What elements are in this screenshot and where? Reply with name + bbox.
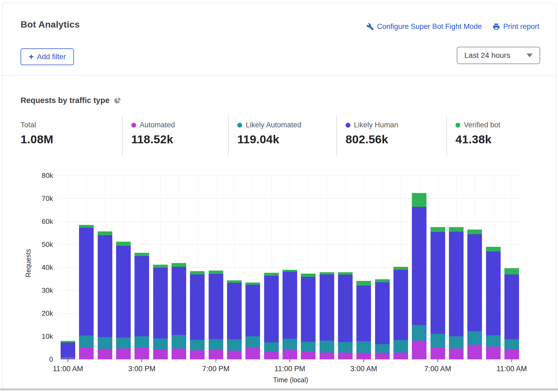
bar-segment-likely-human <box>209 274 223 339</box>
bar-segment-likely-human <box>245 285 260 336</box>
stacked-bar-200am <box>338 272 353 359</box>
bar-segment-likely-human <box>504 274 519 340</box>
bar-segment-verified-bot <box>467 230 482 234</box>
stacked-bar-600pm <box>190 271 205 359</box>
x-axis-tick <box>438 359 438 362</box>
bar-segment-likely-automated <box>79 335 94 347</box>
stacked-bar-700am <box>431 227 445 359</box>
bar-segment-likely-human <box>116 246 131 337</box>
bar-segment-likely-automated <box>356 341 371 353</box>
bar-segment-automated <box>209 350 223 359</box>
bar-segment-verified-bot <box>61 341 75 343</box>
time-range-select[interactable]: Last 24 hours <box>457 47 540 64</box>
bar-segment-automated <box>116 348 131 359</box>
bar-segment-verified-bot <box>393 267 408 270</box>
bar-segment-verified-bot <box>320 272 334 275</box>
print-report-link[interactable]: Print report <box>493 22 539 31</box>
stacked-bar-300am <box>356 281 371 359</box>
stacked-bar-200pm <box>116 242 131 359</box>
stacked-bar-400am <box>375 279 390 359</box>
x-axis-tick <box>363 359 364 362</box>
print-link-label: Print report <box>503 22 539 31</box>
x-axis-tick-label: 11:00 AM <box>482 365 541 373</box>
x-axis-tick-label: 3:00 AM <box>334 365 393 373</box>
bar-segment-verified-bot <box>190 271 205 274</box>
y-axis-title: Requests <box>24 243 32 284</box>
bar-segment-verified-bot <box>79 225 94 228</box>
bar-segment-likely-human <box>412 207 426 325</box>
bar-segment-verified-bot <box>431 227 445 232</box>
section-separator <box>0 388 558 390</box>
plus-icon: + <box>29 52 34 61</box>
stacked-bar-800am <box>449 227 464 359</box>
bar-segment-likely-automated <box>283 339 297 350</box>
stat-value: 119.04k <box>237 133 336 146</box>
bar-segment-automated <box>134 348 149 359</box>
traffic-stat: Likely Human 802.56k <box>336 117 446 156</box>
bar-segment-likely-automated <box>486 335 501 347</box>
bar-segment-likely-automated <box>61 357 75 358</box>
traffic-stat: Total 1.08M <box>21 117 122 156</box>
bar-segment-likely-human <box>449 232 464 336</box>
bar-segment-likely-human <box>467 234 482 331</box>
x-axis-tick <box>216 359 216 362</box>
time-range-value: Last 24 hours <box>464 51 510 60</box>
requests-chart[interactable]: Requests Time (local) 010k20k30k40k50k60… <box>58 175 523 359</box>
bar-segment-likely-automated <box>431 334 445 347</box>
bar-segment-likely-automated <box>153 338 168 349</box>
bar-segment-likely-human <box>227 283 242 339</box>
bar-segment-likely-automated <box>449 336 464 348</box>
stacked-bar-500am <box>393 267 408 359</box>
bar-segment-verified-bot <box>486 247 501 251</box>
x-axis-tick-label: 7:00 PM <box>186 365 246 373</box>
bar-segment-likely-automated <box>375 344 390 353</box>
bar-segment-likely-human <box>301 277 316 342</box>
bar-segment-likely-human <box>431 232 445 334</box>
stat-value: 41.38k <box>455 133 540 146</box>
bar-segment-automated <box>467 345 482 359</box>
add-filter-button[interactable]: + Add filter <box>21 48 74 65</box>
bar-segment-likely-human <box>338 275 353 342</box>
y-axis-tick-label: 40k <box>7 264 53 271</box>
stacked-bar-1000pm <box>264 273 279 359</box>
bar-segment-automated <box>79 347 94 359</box>
stat-value: 118.52k <box>131 133 228 146</box>
bar-segment-verified-bot <box>116 242 131 246</box>
bar-segment-automated <box>98 349 112 359</box>
wrench-icon <box>366 23 374 31</box>
bar-segment-verified-bot <box>412 193 426 207</box>
bar-segment-automated <box>283 350 297 359</box>
traffic-stat: Automated 118.52k <box>122 117 228 156</box>
x-axis-title: Time (local) <box>58 376 523 384</box>
bar-segment-likely-automated <box>467 331 482 345</box>
section-title-row: Requests by traffic type <box>21 96 121 105</box>
stat-label: Total <box>21 121 36 129</box>
header-divider <box>2 75 556 76</box>
bar-segment-automated <box>172 348 186 359</box>
bar-segment-automated <box>227 351 242 359</box>
x-axis-tick-label: 7:00 AM <box>408 365 468 373</box>
bar-segment-automated <box>412 341 426 359</box>
y-axis-tick-label: 0 <box>7 356 53 363</box>
bar-segment-verified-bot <box>283 270 297 272</box>
bar-segment-likely-human <box>61 343 75 357</box>
configure-link-label: Configure Super Bot Fight Mode <box>377 22 482 31</box>
stacked-bar-1100am <box>61 341 75 359</box>
bar-segment-likely-human <box>486 251 501 335</box>
bot-analytics-card: Bot Analytics Configure Super Bot Fight … <box>2 3 556 389</box>
bar-segment-likely-human <box>153 268 168 338</box>
bar-segment-automated <box>375 353 390 359</box>
page-title: Bot Analytics <box>21 19 80 30</box>
bar-segment-verified-bot <box>449 227 464 232</box>
x-axis-tick <box>290 359 290 362</box>
stacked-bar-1100pm <box>283 270 297 359</box>
bar-segment-likely-human <box>283 272 297 338</box>
bar-segment-likely-human <box>172 267 186 335</box>
bar-segment-likely-human <box>134 256 149 336</box>
bar-segment-verified-bot <box>264 273 279 276</box>
stacked-bar-100pm <box>98 231 112 359</box>
configure-super-bot-fight-mode-link[interactable]: Configure Super Bot Fight Mode <box>366 22 482 31</box>
bar-segment-likely-human <box>190 274 205 340</box>
bar-segment-verified-bot <box>134 253 149 256</box>
bar-segment-verified-bot <box>227 280 242 283</box>
